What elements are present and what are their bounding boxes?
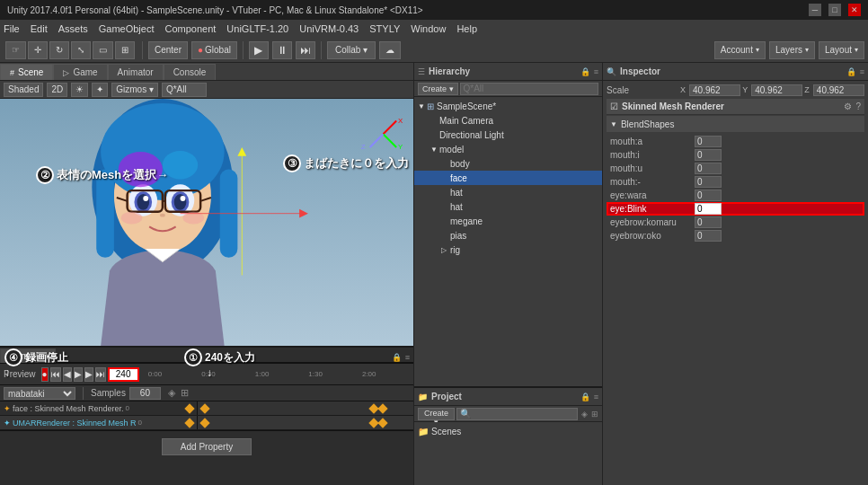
tree-item-megane[interactable]: megane xyxy=(414,214,602,228)
pause-btn[interactable]: ⏸ xyxy=(272,41,292,59)
blend-val-eyebrow-komaru[interactable] xyxy=(695,216,722,228)
prop-diamond-1[interactable] xyxy=(184,418,194,428)
menu-univrm[interactable]: UniVRM-0.43 xyxy=(299,23,359,34)
project-filter-btn[interactable]: ⊞ xyxy=(591,410,598,419)
tree-item-hat2[interactable]: hat xyxy=(414,199,602,214)
layout-dropdown[interactable]: Layout xyxy=(819,41,864,59)
smr-checkbox[interactable]: ☑ xyxy=(610,101,618,111)
next-frame-btn[interactable]: ▶ xyxy=(84,367,93,382)
blend-val-mouth-i[interactable] xyxy=(695,149,722,161)
menu-window[interactable]: Window xyxy=(411,23,446,34)
tab-console[interactable]: Console xyxy=(164,64,217,80)
smr-help[interactable]: ? xyxy=(855,101,861,111)
step-btn[interactable]: ⏭ xyxy=(296,41,315,59)
play-anim-btn[interactable]: ▶ xyxy=(74,367,83,382)
rect-tool[interactable]: ▭ xyxy=(93,41,113,59)
tree-item-hat1[interactable]: hat xyxy=(414,185,602,199)
center-btn[interactable]: Center xyxy=(148,41,188,59)
blend-val-mouth-dash[interactable] xyxy=(695,176,722,188)
close-btn[interactable]: ✕ xyxy=(848,4,861,16)
menu-edit[interactable]: Edit xyxy=(31,23,48,34)
anim-track-1 xyxy=(198,416,413,429)
hierarchy-lock[interactable]: 🔒 xyxy=(580,67,590,76)
samples-icon2[interactable]: ⊞ xyxy=(181,387,189,399)
blend-val-eye-blink[interactable] xyxy=(695,203,722,215)
blend-val-eyebrow-oko[interactable] xyxy=(695,230,722,242)
scale-y[interactable] xyxy=(751,84,802,96)
minimize-btn[interactable]: ─ xyxy=(809,4,821,16)
hand-tool[interactable]: ☞ xyxy=(5,41,26,59)
tab-animator[interactable]: Animator xyxy=(108,64,164,80)
tree-item-face[interactable]: face xyxy=(414,171,602,185)
tab-scene[interactable]: # Scene xyxy=(0,64,53,80)
tree-item-model[interactable]: ▼ model xyxy=(414,142,602,156)
smr-settings[interactable]: ⚙ xyxy=(844,101,852,111)
menu-component[interactable]: Component xyxy=(164,23,216,34)
blend-val-mouth-a[interactable] xyxy=(695,136,722,147)
add-property-btn[interactable]: Add Property xyxy=(162,438,252,455)
goto-end-btn[interactable]: ⏭ xyxy=(95,367,106,382)
blend-val-eye-wara[interactable] xyxy=(695,190,722,201)
maximize-btn[interactable]: □ xyxy=(828,4,841,16)
fx-btn[interactable]: ✦ xyxy=(92,83,108,97)
prop-diamond-0[interactable] xyxy=(184,403,194,413)
prev-frame-btn[interactable]: ◀ xyxy=(63,367,72,382)
anim-panel-lock[interactable]: 🔒 xyxy=(392,353,402,362)
inspector-menu[interactable]: ≡ xyxy=(860,67,864,76)
goto-start-btn[interactable]: ⏮ xyxy=(50,367,61,382)
account-dropdown[interactable]: Account xyxy=(714,41,766,59)
hierarchy-search[interactable] xyxy=(460,83,598,95)
project-create-btn[interactable]: Create ▾ xyxy=(418,408,455,420)
svg-text:X: X xyxy=(398,117,403,125)
hierarchy-create-btn[interactable]: Create ▾ xyxy=(418,83,458,95)
transform-tool[interactable]: ⊞ xyxy=(115,41,135,59)
tree-item-samplescene[interactable]: ▼ ⊞ SampleScene* xyxy=(414,99,602,113)
lighting-btn[interactable]: ☀ xyxy=(71,83,88,97)
menu-help[interactable]: Help xyxy=(456,23,477,34)
tree-item-maincamera[interactable]: Main Camera xyxy=(414,113,602,128)
gizmos-btn[interactable]: Gizmos ▾ xyxy=(111,83,158,97)
scale-z[interactable] xyxy=(813,84,864,96)
record-btn[interactable]: ● xyxy=(41,367,49,382)
samples-input[interactable] xyxy=(129,387,161,400)
menu-assets[interactable]: Assets xyxy=(58,23,88,34)
project-search[interactable] xyxy=(456,408,578,420)
project-search-options[interactable]: ◈ xyxy=(581,410,588,419)
global-btn[interactable]: ● Global xyxy=(191,41,237,59)
scene-search[interactable] xyxy=(162,83,207,97)
samples-icon[interactable]: ◈ xyxy=(168,387,175,399)
play-btn[interactable]: ▶ xyxy=(249,41,269,59)
project-menu[interactable]: ≡ xyxy=(594,392,598,401)
frame-input[interactable] xyxy=(108,367,139,382)
blend-val-mouth-u[interactable] xyxy=(695,163,722,174)
animation-tab[interactable]: Animation xyxy=(0,348,56,363)
scene-icon-hier: ⊞ xyxy=(427,101,434,111)
cloud-btn[interactable]: ☁ xyxy=(379,41,401,59)
y-label: Y xyxy=(742,85,748,94)
tab-game[interactable]: ▷ Game xyxy=(53,64,107,80)
project-item-scenes[interactable]: 📁 Scenes xyxy=(418,424,598,438)
shaded-btn[interactable]: Shaded xyxy=(4,83,43,97)
collab-btn[interactable]: Collab ▾ xyxy=(327,41,376,59)
menu-file[interactable]: File xyxy=(4,23,20,34)
blendshapes-section[interactable]: ▼ BlendShapes xyxy=(607,116,864,132)
tree-item-dirlight[interactable]: Directional Light xyxy=(414,128,602,142)
inspector-lock[interactable]: 🔒 xyxy=(846,67,856,76)
tree-item-rig[interactable]: ▷ rig xyxy=(414,242,602,257)
2d-btn[interactable]: 2D xyxy=(47,83,67,97)
tree-item-pias[interactable]: pias xyxy=(414,228,602,242)
menu-gameobject[interactable]: GameObject xyxy=(99,23,155,34)
layers-dropdown[interactable]: Layers xyxy=(769,41,815,59)
rotate-tool[interactable]: ↻ xyxy=(49,41,69,59)
scale-x[interactable] xyxy=(689,84,740,96)
clip-select[interactable]: mabataki xyxy=(4,387,75,400)
menu-unigltf[interactable]: UniGLTF-1.20 xyxy=(226,23,288,34)
menu-styly[interactable]: STYLY xyxy=(369,23,400,34)
move-tool[interactable]: ✛ xyxy=(28,41,48,59)
inspector-header: 🔍 Inspector 🔒 ≡ xyxy=(603,63,868,81)
anim-panel-menu[interactable]: ≡ xyxy=(405,353,410,362)
hierarchy-menu[interactable]: ≡ xyxy=(594,67,598,76)
scale-tool[interactable]: ⤡ xyxy=(71,41,91,59)
tree-item-body[interactable]: body xyxy=(414,156,602,171)
project-lock[interactable]: 🔒 xyxy=(580,392,590,401)
